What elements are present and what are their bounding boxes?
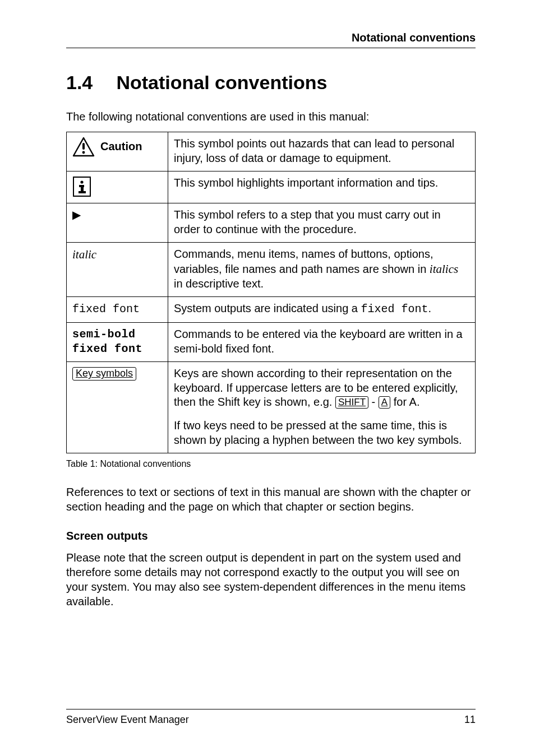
screen-outputs-heading: Screen outputs xyxy=(66,530,476,542)
key-symbols-label: Key symbols xyxy=(72,367,136,381)
italic-desc-em: italics xyxy=(430,262,458,276)
notation-table: Caution This symbol points out hazards t… xyxy=(66,132,476,453)
fixed-desc-code: fixed font xyxy=(361,303,428,316)
section-number: 1.4 xyxy=(66,72,111,94)
table-row: Key symbols Keys are shown according to … xyxy=(67,362,476,415)
table-row: This symbol highlights important informa… xyxy=(67,171,476,203)
keycap-a: A xyxy=(379,396,390,409)
cell-step-desc: This symbol refers to a step that you mu… xyxy=(168,203,476,243)
intro-paragraph: The following notational conventions are… xyxy=(66,109,476,124)
screen-outputs-body: Please note that the screen output is de… xyxy=(66,550,476,609)
italic-label: italic xyxy=(72,248,96,261)
cell-caution-desc: This symbol points out hazards that can … xyxy=(168,132,476,171)
cell-keys-symbol: Key symbols xyxy=(67,362,168,415)
footer-page-number: 11 xyxy=(464,714,476,726)
table-row: Caution This symbol points out hazards t… xyxy=(67,132,476,171)
keycap-shift: SHIFT xyxy=(335,396,368,409)
table-row: ▶ This symbol refers to a step that you … xyxy=(67,203,476,243)
info-icon xyxy=(72,176,162,197)
semi-label-line1: semi-bold xyxy=(72,327,162,342)
references-paragraph: References to text or sections of text i… xyxy=(66,485,476,514)
cell-info-symbol xyxy=(67,171,168,203)
cell-fixed-symbol: fixed font xyxy=(67,297,168,323)
table-row: italic Commands, menu items, names of bu… xyxy=(67,243,476,297)
svg-point-2 xyxy=(82,151,85,154)
fixed-desc-pre: System outputs are indicated using a xyxy=(174,302,361,314)
cell-keys-desc-1: Keys are shown according to their repres… xyxy=(168,362,476,415)
section-title: Notational conventions xyxy=(116,72,327,93)
svg-rect-1 xyxy=(82,143,85,150)
running-head: Notational conventions xyxy=(66,31,476,48)
cell-semi-symbol: semi-bold fixed font xyxy=(67,323,168,362)
cell-keys-desc-2: If two keys need to be pressed at the sa… xyxy=(168,415,476,453)
cell-italic-desc: Commands, menu items, names of buttons, … xyxy=(168,243,476,297)
fixed-desc-post: . xyxy=(428,302,432,314)
cell-caution-symbol: Caution xyxy=(67,132,168,171)
footer-left: ServerView Event Manager xyxy=(66,714,189,726)
caution-label: Caution xyxy=(100,140,142,154)
page: Notational conventions 1.4 Notational co… xyxy=(0,0,535,756)
cell-step-symbol: ▶ xyxy=(67,203,168,243)
semi-label-line2: fixed font xyxy=(72,342,162,356)
cell-fixed-desc: System outputs are indicated using a fix… xyxy=(168,297,476,323)
section-heading: 1.4 Notational conventions xyxy=(66,72,476,94)
italic-desc-pre: Commands, menu items, names of buttons, … xyxy=(174,248,433,275)
cell-keys-symbol-cont xyxy=(67,415,168,453)
table-row: semi-bold fixed font Commands to be ente… xyxy=(67,323,476,362)
cell-info-desc: This symbol highlights important informa… xyxy=(168,171,476,203)
svg-rect-7 xyxy=(79,191,86,193)
table-row: fixed font System outputs are indicated … xyxy=(67,297,476,323)
fixed-label: fixed font xyxy=(72,303,140,316)
keys-desc-mid: - xyxy=(368,396,379,408)
table-row: If two keys need to be pressed at the sa… xyxy=(67,415,476,453)
cell-italic-symbol: italic xyxy=(67,243,168,297)
svg-point-4 xyxy=(80,181,83,184)
italic-desc-post: in descriptive text. xyxy=(174,277,264,290)
keys-desc-post: for A. xyxy=(390,396,419,408)
cell-semi-desc: Commands to be entered via the keyboard … xyxy=(168,323,476,362)
page-footer: ServerView Event Manager 11 xyxy=(66,709,476,726)
table-caption: Table 1: Notational conventions xyxy=(66,459,476,469)
step-icon: ▶ xyxy=(72,208,81,221)
caution-icon xyxy=(72,137,95,157)
